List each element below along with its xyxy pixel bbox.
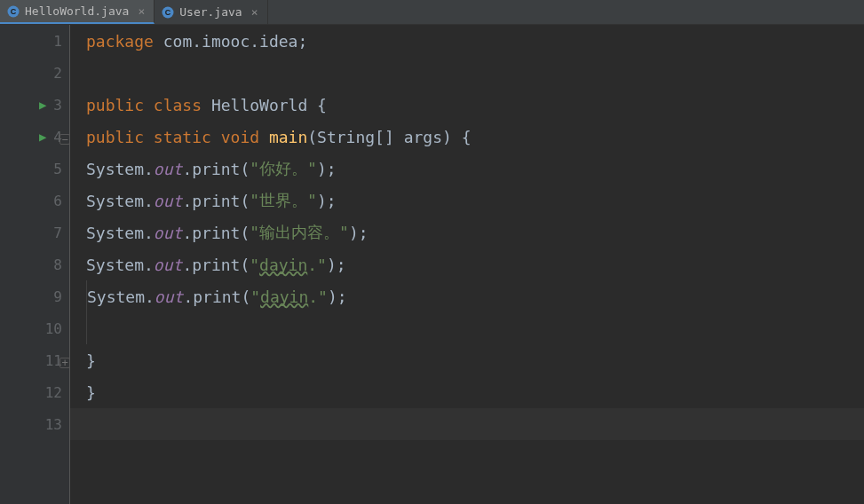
java-class-icon: C (162, 6, 174, 19)
line-number: 9 (39, 288, 62, 305)
code-line: System.out.print("dayin."); (70, 280, 864, 312)
code-line: public class HelloWorld { (70, 89, 864, 121)
run-gutter-icon[interactable]: ▶ (39, 98, 46, 112)
java-class-icon: C (7, 5, 20, 18)
tab-bar: C HelloWorld.java × C User.java × (0, 0, 864, 25)
code-line: public static void main(String[] args) { (70, 121, 864, 153)
code-line (70, 57, 864, 89)
fold-collapse-icon[interactable]: − (59, 128, 70, 146)
code-line: package com.imooc.idea; (70, 25, 864, 57)
code-line (70, 312, 864, 344)
code-line: System.out.print("世界。"); (70, 185, 864, 217)
line-number: 10 (39, 320, 62, 337)
tab-label: HelloWorld.java (25, 4, 129, 18)
tab-label: User.java (179, 5, 242, 19)
code-line: System.out.print("你好。"); (70, 153, 864, 185)
tab-helloworld[interactable]: C HelloWorld.java × (0, 0, 155, 24)
editor-area: 1 2 ▶3 ▶4 5 6 7 8 9 10 11 12 13 − + pack… (0, 25, 864, 504)
line-number: 8 (39, 256, 62, 273)
run-gutter-icon[interactable]: ▶ (39, 130, 46, 144)
line-number: 6 (39, 193, 62, 209)
close-icon[interactable]: × (251, 5, 258, 19)
line-number: 1 (39, 33, 62, 50)
code-line: System.out.print("输出内容。"); (70, 217, 864, 248)
line-number: 5 (39, 161, 62, 177)
line-number: 12 (39, 384, 62, 401)
svg-text:C: C (165, 8, 171, 17)
line-number: 7 (39, 224, 62, 241)
code-line-active (70, 408, 864, 440)
gutter: 1 2 ▶3 ▶4 5 6 7 8 9 10 11 12 13 (0, 25, 69, 504)
line-number: 13 (39, 416, 62, 433)
svg-text:C: C (11, 7, 17, 16)
code-line: System.out.print("dayin."); (70, 248, 864, 280)
code-line: } (70, 376, 864, 408)
tab-user[interactable]: C User.java × (155, 0, 267, 24)
line-number: 2 (39, 65, 62, 82)
code-line: } (70, 344, 864, 376)
fold-expand-icon[interactable]: + (59, 351, 70, 370)
code-editor[interactable]: − + package com.imooc.idea; public class… (69, 25, 864, 504)
close-icon[interactable]: × (138, 4, 145, 18)
